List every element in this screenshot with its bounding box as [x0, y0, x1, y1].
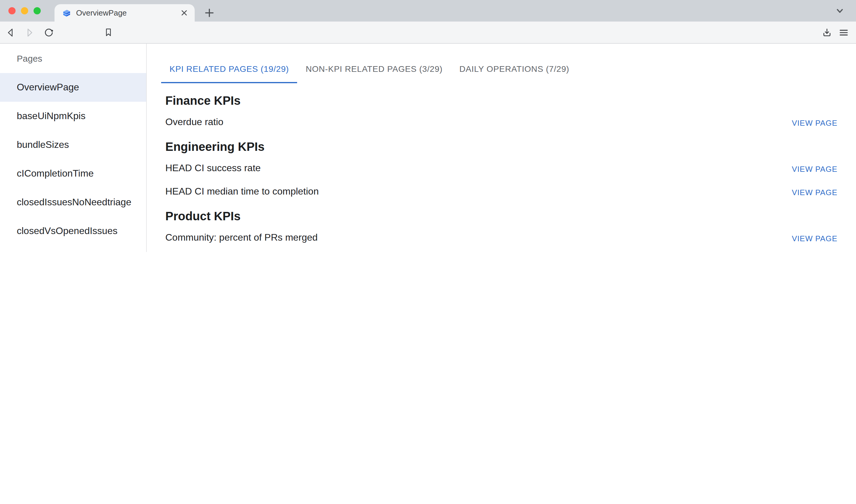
tab-strip: OverviewPage	[0, 0, 856, 21]
browser-window: OverviewPage	[0, 0, 856, 252]
section-items: Community: percent of PRs merged VIEW PA…	[165, 226, 837, 252]
sidebar-item[interactable]: cICompletionTime	[0, 159, 146, 188]
section-heading: Finance KPIs	[165, 92, 837, 109]
sidebar-item-label: closedIssuesNoNeedtriage	[17, 197, 131, 208]
sidebar-item-label: OverviewPage	[17, 82, 79, 93]
section-heading: Engineering KPIs	[165, 138, 837, 155]
reload-button[interactable]	[42, 26, 55, 39]
sidebar-item-label: closedVsOpenedIssues	[17, 226, 118, 236]
kpi-section: Engineering KPIs HEAD CI success rate VI…	[165, 138, 837, 203]
view-page-link[interactable]: VIEW PAGE	[792, 188, 837, 197]
forward-button[interactable]	[23, 26, 36, 39]
tab-title: OverviewPage	[76, 8, 178, 17]
sidebar-item-label: bundleSizes	[17, 140, 69, 150]
kpi-row: Community: percent of PRs merged VIEW PA…	[165, 226, 837, 249]
kpi-row: Community: unique contributors per month…	[165, 249, 837, 252]
view-page-link[interactable]: VIEW PAGE	[792, 119, 837, 127]
kpi-row: HEAD CI median time to completion VIEW P…	[165, 180, 837, 203]
kpi-sections: Finance KPIs Overdue ratio VIEW PAGE Eng…	[147, 83, 856, 252]
downloads-icon[interactable]	[820, 26, 833, 39]
sidebar-item-label: baseUiNpmKpis	[17, 111, 85, 122]
view-page-link[interactable]: VIEW PAGE	[792, 165, 837, 174]
macos-minimize-button[interactable]	[21, 7, 28, 14]
page-tab-label: KPI RELATED PAGES (19/29)	[170, 64, 289, 74]
page-tab-label: NON-KPI RELATED PAGES (3/29)	[306, 64, 443, 74]
page-tab-label: DAILY OPERATIONS (7/29)	[459, 64, 570, 74]
kpi-label: HEAD CI success rate	[165, 163, 261, 173]
page-tab[interactable]: KPI RELATED PAGES (19/29)	[161, 54, 297, 83]
page-tab[interactable]: NON-KPI RELATED PAGES (3/29)	[297, 54, 451, 83]
browser-tab[interactable]: OverviewPage	[54, 4, 195, 21]
kpi-label: Overdue ratio	[165, 116, 224, 127]
page-content: Pages OverviewPagebaseUiNpmKpisbundleSiz…	[0, 43, 856, 252]
section-heading: Product KPIs	[165, 208, 837, 224]
browser-toolbar: tools-public.mui.com/prod/pages/Overview…	[0, 21, 856, 43]
new-tab-button[interactable]	[203, 6, 215, 19]
sidebar-list: OverviewPagebaseUiNpmKpisbundleSizescICo…	[0, 73, 146, 252]
mui-logo-favicon-icon	[62, 8, 71, 18]
macos-zoom-button[interactable]	[34, 7, 41, 14]
sidebar-item[interactable]: closedIssuesNoNeedtriage	[0, 188, 146, 217]
section-items: HEAD CI success rate VIEW PAGE HEAD CI m…	[165, 156, 837, 203]
bookmark-icon[interactable]	[102, 26, 115, 39]
kpi-row: HEAD CI success rate VIEW PAGE	[165, 156, 837, 180]
back-button[interactable]	[4, 26, 17, 39]
kpi-row: Overdue ratio VIEW PAGE	[165, 110, 837, 133]
kpi-label: HEAD CI median time to completion	[165, 186, 319, 197]
page-tabs: KPI RELATED PAGES (19/29)NON-KPI RELATED…	[161, 54, 856, 83]
kpi-section: Finance KPIs Overdue ratio VIEW PAGE	[165, 92, 837, 133]
sidebar-item[interactable]: OverviewPage	[0, 73, 146, 102]
page-tab[interactable]: DAILY OPERATIONS (7/29)	[451, 54, 578, 83]
sidebar-header: Pages	[0, 44, 146, 73]
kpi-section: Product KPIs Community: percent of PRs m…	[165, 208, 837, 252]
tab-close-icon[interactable]	[178, 7, 189, 18]
tab-search-chevron-icon[interactable]	[834, 5, 846, 17]
section-items: Overdue ratio VIEW PAGE	[165, 110, 837, 133]
sidebar-item-label: cICompletionTime	[17, 168, 94, 179]
sidebar-item[interactable]: communityContributors	[0, 246, 146, 252]
view-page-link[interactable]: VIEW PAGE	[792, 234, 837, 243]
main-panel: KPI RELATED PAGES (19/29)NON-KPI RELATED…	[147, 44, 856, 252]
sidebar: Pages OverviewPagebaseUiNpmKpisbundleSiz…	[0, 44, 147, 252]
sidebar-item[interactable]: baseUiNpmKpis	[0, 102, 146, 130]
menu-icon[interactable]	[837, 26, 850, 39]
macos-close-button[interactable]	[8, 7, 16, 14]
sidebar-item[interactable]: bundleSizes	[0, 130, 146, 159]
kpi-label: Community: percent of PRs merged	[165, 232, 318, 243]
sidebar-item[interactable]: closedVsOpenedIssues	[0, 217, 146, 246]
